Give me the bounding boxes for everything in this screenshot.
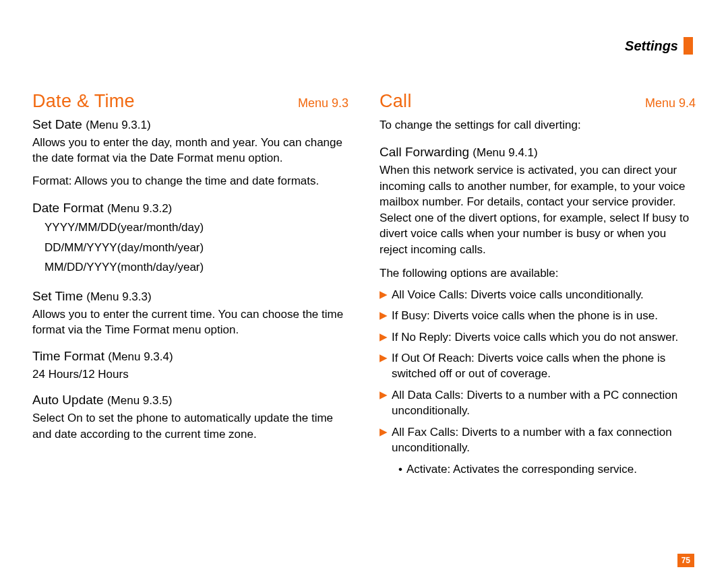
text-bold: Activate: xyxy=(406,463,450,476)
sub-heading: Date Format xyxy=(32,201,104,215)
sub-menuref: (Menu 9.3.4) xyxy=(108,350,173,363)
text: When this network service is activated, … xyxy=(380,164,686,224)
option-text: All Voice Calls: Diverts voice calls unc… xyxy=(392,287,644,302)
text: Activates the corresponding service. xyxy=(450,463,637,476)
sub-head-auto-update: Auto Update (Menu 9.3.5) xyxy=(32,393,348,408)
option-text: All Fax Calls: Diverts to a number with … xyxy=(392,424,696,456)
call-fwd-subopt-activate: • Activate: Activates the corresponding … xyxy=(380,463,696,476)
text-bold: YYYY/MM/DD xyxy=(44,221,117,234)
text: Select xyxy=(32,412,67,424)
text-bold: If No Reply: xyxy=(392,331,452,344)
sub-heading: Set Date xyxy=(32,117,82,131)
text-bold: All Fax Calls: xyxy=(392,426,458,439)
subsection-call-forwarding: Call Forwarding (Menu 9.4.1) When this n… xyxy=(380,145,696,476)
text-bold: Date Format xyxy=(150,152,213,164)
sub-head-time-format: Time Format (Menu 9.3.4) xyxy=(32,349,348,364)
call-intro: To change the settings for call divertin… xyxy=(380,117,696,133)
sub-menuref: (Menu 9.3.3) xyxy=(86,290,151,303)
subsection-time-format: Time Format (Menu 9.3.4) 24 Hours/12 Hou… xyxy=(32,349,348,382)
subopt-text: Activate: Activates the corresponding se… xyxy=(406,463,637,476)
set-date-body1: Allows you to enter the day, month and y… xyxy=(32,135,348,166)
content-columns: Date & Time Menu 9.3 Set Date (Menu 9.3.… xyxy=(32,91,696,476)
sub-menuref: (Menu 9.3.5) xyxy=(107,394,172,407)
triangle-icon: ▶ xyxy=(380,329,388,345)
text: (month/day/year) xyxy=(117,261,204,273)
text: Diverts voice calls when the phone is in… xyxy=(430,309,658,322)
triangle-icon: ▶ xyxy=(380,350,388,366)
sub-heading: Time Format xyxy=(32,349,104,363)
section-head-call: Call Menu 9.4 xyxy=(380,91,696,112)
call-fwd-option: ▶If No Reply: Diverts voice calls which … xyxy=(380,329,696,345)
call-fwd-option: ▶All Data Calls: Diverts to a number wit… xyxy=(380,387,696,419)
bullet-icon: • xyxy=(398,463,402,476)
date-format-line2: DD/MM/YYYY(day/month/year) xyxy=(32,240,348,255)
page-header: Settings xyxy=(32,37,696,55)
text-bold: All Voice Calls: xyxy=(392,288,467,301)
set-time-body: Allows you to enter the current time. Yo… xyxy=(32,306,348,338)
call-fwd-body1: When this network service is activated, … xyxy=(380,162,696,257)
sub-head-set-time: Set Time (Menu 9.3.3) xyxy=(32,289,348,304)
text: Diverts voice calls unconditionally. xyxy=(467,288,643,301)
option-text: If No Reply: Diverts voice calls which y… xyxy=(392,329,678,345)
option-text: If Out Of Reach: Diverts voice calls whe… xyxy=(392,350,696,382)
text: (day/month/year) xyxy=(117,241,204,254)
sub-head-date-format: Date Format (Menu 9.3.2) xyxy=(32,201,348,216)
text-bold: If busy xyxy=(642,212,676,224)
section-title-call: Call xyxy=(380,91,412,112)
subsection-auto-update: Auto Update (Menu 9.3.5) Select On to se… xyxy=(32,393,348,442)
text-bold: If Busy: xyxy=(392,309,430,322)
call-fwd-option: ▶If Busy: Diverts voice calls when the p… xyxy=(380,308,696,323)
section-title-datetime: Date & Time xyxy=(32,91,135,112)
call-fwd-body2: The following options are available: xyxy=(380,265,696,281)
sub-heading: Auto Update xyxy=(32,393,104,407)
text-bold: MM/DD/YYYY xyxy=(44,261,117,273)
set-date-body2: Format: Allows you to change the time an… xyxy=(32,173,348,189)
call-fwd-option: ▶All Voice Calls: Diverts voice calls un… xyxy=(380,287,696,302)
section-menu-datetime: Menu 9.3 xyxy=(298,96,348,110)
date-format-line3: MM/DD/YYYY(month/day/year) xyxy=(32,259,348,275)
subsection-date-format: Date Format (Menu 9.3.2) YYYY/MM/DD(year… xyxy=(32,201,348,275)
text-bold: All Data Calls: xyxy=(392,389,464,401)
right-column: Call Menu 9.4 To change the settings for… xyxy=(380,91,696,476)
left-column: Date & Time Menu 9.3 Set Date (Menu 9.3.… xyxy=(32,91,348,476)
section-menu-call: Menu 9.4 xyxy=(645,96,696,110)
auto-update-body: Select On to set the phone to automatica… xyxy=(32,410,348,442)
subsection-set-date: Set Date (Menu 9.3.1) Allows you to ente… xyxy=(32,117,348,189)
call-fwd-options: ▶All Voice Calls: Diverts voice calls un… xyxy=(380,287,696,456)
triangle-icon: ▶ xyxy=(380,308,388,323)
header-title: Settings xyxy=(625,38,678,54)
sub-heading: Set Time xyxy=(32,289,83,303)
text-bold: On xyxy=(67,412,83,424)
text-bold: DD/MM/YYYY xyxy=(44,241,117,254)
sub-head-set-date: Set Date (Menu 9.3.1) xyxy=(32,117,348,132)
time-format-body: 24 Hours/12 Hours xyxy=(32,366,348,382)
header-accent-tab xyxy=(684,37,693,55)
sub-head-call-forwarding: Call Forwarding (Menu 9.4.1) xyxy=(380,145,696,160)
call-fwd-option: ▶If Out Of Reach: Diverts voice calls wh… xyxy=(380,350,696,382)
date-format-line1: YYYY/MM/DD(year/month/day) xyxy=(32,220,348,235)
section-head-datetime: Date & Time Menu 9.3 xyxy=(32,91,348,112)
sub-menuref: (Menu 9.4.1) xyxy=(473,146,537,159)
text-bold: If Out Of Reach: xyxy=(392,352,475,364)
call-fwd-option: ▶All Fax Calls: Diverts to a number with… xyxy=(380,424,696,456)
option-text: All Data Calls: Diverts to a number with… xyxy=(392,387,696,419)
subsection-set-time: Set Time (Menu 9.3.3) Allows you to ente… xyxy=(32,289,348,338)
option-text: If Busy: Diverts voice calls when the ph… xyxy=(392,308,658,323)
sub-menuref: (Menu 9.3.1) xyxy=(86,119,150,131)
text: menu option. xyxy=(213,152,282,164)
triangle-icon: ▶ xyxy=(380,424,388,440)
manual-page: Settings Date & Time Menu 9.3 Set Date (… xyxy=(0,0,728,582)
triangle-icon: ▶ xyxy=(380,387,388,403)
text: Diverts voice calls which you do not ans… xyxy=(452,331,678,344)
text: (year/month/day) xyxy=(117,221,204,234)
sub-menuref: (Menu 9.3.2) xyxy=(107,202,172,215)
page-number-badge: 75 xyxy=(677,554,694,567)
triangle-icon: ▶ xyxy=(380,287,388,302)
sub-heading: Call Forwarding xyxy=(380,145,469,159)
